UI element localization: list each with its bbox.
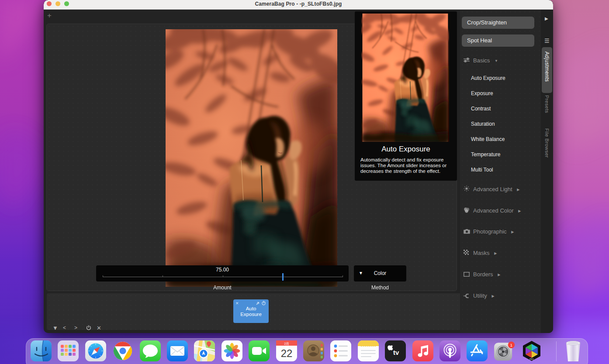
svg-text:2月: 2月 [284,342,289,346]
svg-text:1: 1 [510,343,512,347]
svg-text:tv: tv [393,349,399,356]
svg-text:PRO: PRO [529,358,534,361]
svg-text:22: 22 [281,347,293,359]
